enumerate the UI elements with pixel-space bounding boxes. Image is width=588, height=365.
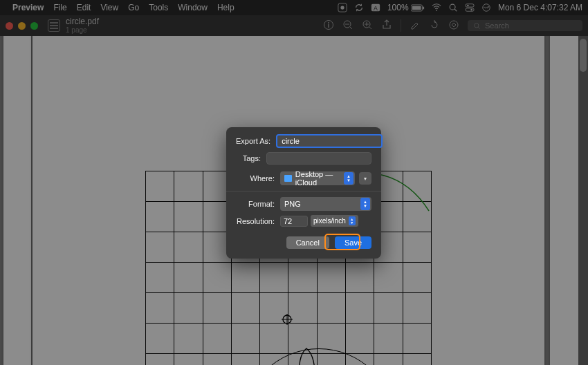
resolution-label: Resolution: — [236, 217, 275, 225]
expand-button[interactable]: ▾ — [359, 172, 371, 185]
where-label: Where: — [236, 174, 275, 182]
format-select[interactable]: PNG ▲▼ — [280, 197, 371, 211]
save-button[interactable]: Save — [335, 236, 371, 249]
folder-icon — [284, 175, 292, 182]
modal-overlay-top — [0, 0, 588, 36]
format-label: Format: — [236, 200, 275, 208]
tags-input[interactable] — [266, 152, 371, 165]
export-dialog: Export As: Tags: Where: Desktop — iCloud… — [226, 127, 381, 259]
resolution-input[interactable] — [280, 216, 308, 227]
tags-label: Tags: — [236, 154, 261, 162]
where-select[interactable]: Desktop — iCloud ▲▼ — [280, 171, 355, 185]
select-arrows-icon: ▲▼ — [360, 198, 370, 210]
resolution-unit-select[interactable]: pixels/inch ▲▼ — [311, 215, 358, 227]
export-as-label: Export As: — [236, 137, 270, 145]
cancel-button[interactable]: Cancel — [286, 236, 329, 249]
select-arrows-icon: ▲▼ — [344, 172, 353, 185]
export-as-input[interactable] — [276, 134, 383, 148]
